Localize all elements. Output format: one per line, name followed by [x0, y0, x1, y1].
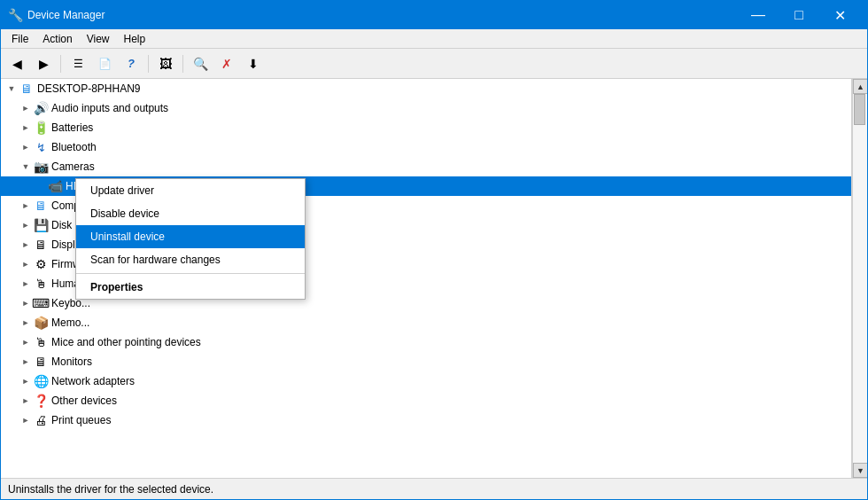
menu-help[interactable]: Help — [117, 31, 153, 47]
title-bar: 🔧 Device Manager — □ ✕ — [1, 1, 867, 29]
tree-item-bluetooth[interactable]: ► ↯ Bluetooth — [1, 137, 851, 157]
display-button[interactable]: 🖼 — [153, 52, 178, 75]
print-expander[interactable]: ► — [19, 413, 33, 427]
tree-item-other[interactable]: ► ❓ Other devices — [1, 391, 851, 410]
human-icon: 🖱 — [33, 276, 49, 292]
maximize-button[interactable]: □ — [779, 1, 819, 29]
context-menu: Update driver Disable device Uninstall d… — [75, 178, 306, 300]
monitors-expander[interactable]: ► — [19, 355, 33, 369]
human-expander[interactable]: ► — [19, 277, 33, 291]
mice-label: Mice and other pointing devices — [51, 336, 201, 348]
other-expander[interactable]: ► — [19, 394, 33, 408]
memory-expander[interactable]: ► — [19, 316, 33, 330]
window-title: Device Manager — [27, 9, 738, 21]
help-button[interactable]: ? — [119, 52, 143, 75]
monitors-icon: 🖥 — [33, 354, 49, 370]
computer-icon: 🖥 — [19, 81, 35, 97]
disk-expander[interactable]: ► — [19, 218, 33, 232]
memory-icon: 📦 — [33, 315, 49, 331]
bluetooth-icon: ↯ — [33, 139, 49, 155]
computers-expander[interactable]: ► — [19, 199, 33, 213]
menu-view[interactable]: View — [80, 31, 117, 47]
ctx-update-driver[interactable]: Update driver — [76, 179, 305, 202]
tree-item-monitors[interactable]: ► 🖥 Monitors — [1, 352, 851, 371]
monitors-label: Monitors — [51, 355, 92, 368]
audio-expander[interactable]: ► — [19, 101, 33, 115]
ctx-properties[interactable]: Properties — [76, 276, 305, 299]
scroll-up-button[interactable]: ▲ — [853, 79, 867, 94]
tree-item-mice[interactable]: ► 🖱 Mice and other pointing devices — [1, 332, 851, 352]
firmware-expander[interactable]: ► — [19, 257, 33, 271]
tree-root[interactable]: ▼ 🖥 DESKTOP-8PHHAN9 — [1, 79, 851, 98]
app-icon: 🔧 — [8, 8, 22, 22]
device-manager-window: 🔧 Device Manager — □ ✕ File Action View … — [0, 0, 868, 500]
scroll-track[interactable] — [853, 94, 867, 463]
root-label: DESKTOP-8PHHAN9 — [37, 82, 140, 95]
memory-label: Memo... — [51, 316, 89, 329]
close-button[interactable]: ✕ — [819, 1, 860, 29]
network-label: Network adapters — [51, 375, 135, 387]
properties-button[interactable]: 📄 — [92, 52, 117, 75]
ctx-disable-device[interactable]: Disable device — [76, 202, 305, 225]
scroll-down-button[interactable]: ▼ — [853, 463, 867, 478]
disk-icon: 💾 — [33, 217, 49, 233]
scroll-thumb[interactable] — [854, 94, 865, 125]
print-icon: 🖨 — [33, 412, 49, 428]
other-icon: ❓ — [33, 393, 49, 409]
keyboards-icon: ⌨ — [33, 295, 49, 311]
bluetooth-expander[interactable]: ► — [19, 140, 33, 154]
root-expander[interactable]: ▼ — [4, 82, 19, 96]
uninstall-button[interactable]: ✗ — [214, 52, 239, 75]
status-bar: Uninstalls the driver for the selected d… — [1, 478, 867, 499]
batteries-expander[interactable]: ► — [19, 121, 33, 135]
tree-item-batteries[interactable]: ► 🔋 Batteries — [1, 118, 851, 137]
toolbar-separator-2 — [148, 55, 149, 73]
menu-file[interactable]: File — [4, 31, 35, 47]
forward-button[interactable]: ▶ — [31, 52, 56, 75]
ctx-scan-hardware[interactable]: Scan for hardware changes — [76, 248, 305, 271]
ctx-separator — [76, 273, 305, 274]
tree-item-cameras[interactable]: ▼ 📷 Cameras — [1, 157, 851, 176]
tree-item-memory[interactable]: ► 📦 Memo... — [1, 313, 851, 332]
batteries-icon: 🔋 — [33, 120, 49, 136]
ctx-uninstall-device[interactable]: Uninstall device — [76, 225, 305, 248]
mice-icon: 🖱 — [33, 334, 49, 350]
other-label: Other devices — [51, 395, 117, 407]
status-text: Uninstalls the driver for the selected d… — [8, 483, 213, 496]
device-tree[interactable]: ▼ 🖥 DESKTOP-8PHHAN9 ► 🔊 Audio inputs and… — [1, 79, 852, 478]
main-area: ▼ 🖥 DESKTOP-8PHHAN9 ► 🔊 Audio inputs and… — [1, 79, 867, 478]
batteries-label: Batteries — [51, 121, 93, 134]
keyboards-expander[interactable]: ► — [19, 296, 33, 310]
cameras-expander[interactable]: ▼ — [19, 160, 33, 174]
audio-icon: 🔊 — [33, 100, 49, 116]
window-controls: — □ ✕ — [738, 1, 860, 29]
tree-item-audio[interactable]: ► 🔊 Audio inputs and outputs — [1, 98, 851, 118]
back-button[interactable]: ◀ — [4, 52, 29, 75]
toolbar: ◀ ▶ ☰ 📄 ? 🖼 🔍 ✗ ⬇ — [1, 49, 867, 79]
audio-label: Audio inputs and outputs — [51, 102, 168, 114]
computers-icon: 🖥 — [33, 198, 49, 214]
webcam-icon: 📹 — [47, 178, 63, 194]
print-label: Print queues — [51, 414, 111, 426]
webcam-expander — [33, 179, 47, 193]
device-manager-button[interactable]: ☰ — [66, 52, 90, 75]
network-expander[interactable]: ► — [19, 374, 33, 388]
update-button[interactable]: ⬇ — [241, 52, 266, 75]
minimize-button[interactable]: — — [738, 1, 779, 29]
tree-item-print[interactable]: ► 🖨 Print queues — [1, 410, 851, 430]
mice-expander[interactable]: ► — [19, 335, 33, 349]
tree-item-network[interactable]: ► 🌐 Network adapters — [1, 371, 851, 391]
menu-action[interactable]: Action — [35, 31, 79, 47]
toolbar-separator-3 — [182, 55, 183, 73]
display-icon: 🖥 — [33, 237, 49, 253]
firmware-icon: ⚙ — [33, 256, 49, 272]
scan-button[interactable]: 🔍 — [188, 52, 213, 75]
bluetooth-label: Bluetooth — [51, 141, 97, 153]
cameras-label: Cameras — [51, 160, 95, 173]
display-expander[interactable]: ► — [19, 238, 33, 252]
menu-bar: File Action View Help — [1, 29, 867, 49]
network-icon: 🌐 — [33, 373, 49, 389]
scrollbar[interactable]: ▲ ▼ — [852, 79, 867, 478]
cameras-icon: 📷 — [33, 159, 49, 175]
toolbar-separator-1 — [60, 55, 61, 73]
